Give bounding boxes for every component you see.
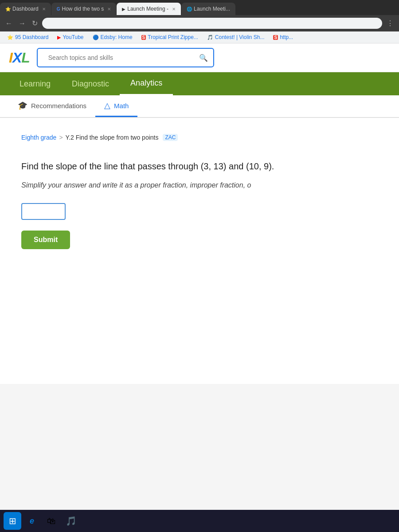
tab-diagnostic[interactable]: Diagnostic [61, 73, 120, 95]
search-input[interactable] [43, 51, 199, 64]
refresh-button[interactable]: ↻ [30, 18, 39, 28]
bookmark-contest-label: Contest! | Violin Sh... [215, 34, 265, 40]
address-bar-row: ← → ↻ ixl.com/math/grade-8/find-the-slop… [0, 15, 399, 31]
tab-launch2[interactable]: 🌐 Launch Meeti... [181, 3, 235, 15]
taskbar-edge[interactable]: e [23, 512, 41, 530]
breadcrumb: Eighth grade > Y.2 Find the slope from t… [11, 129, 388, 146]
taskbar: ⊞ e 🛍 🎵 [0, 510, 399, 532]
submit-button[interactable]: Submit [21, 231, 70, 249]
tab-analytics[interactable]: Analytics [120, 72, 173, 95]
launch2-tab-icon: 🌐 [187, 7, 192, 12]
recommendations-label: Recommendations [31, 102, 86, 110]
breadcrumb-skill-code: Y.2 [66, 134, 74, 141]
tab-google-close[interactable]: ✕ [107, 7, 111, 12]
bookmark-contest[interactable]: 🎵 Contest! | Violin Sh... [204, 33, 267, 41]
sub-nav-recommendations[interactable]: 🎓 Recommendations [9, 95, 95, 117]
bookmark-edsby-label: Edsby: Home [101, 34, 133, 40]
breadcrumb-skill-name: Find the slope from two points [76, 134, 159, 141]
forward-button[interactable]: → [17, 19, 27, 28]
bookmark-youtube[interactable]: ▶ YouTube [55, 33, 86, 41]
nav-tabs: Learning Diagnostic Analytics [0, 72, 399, 95]
ixl-tab-icon: ▶ [122, 7, 125, 12]
tab-dashboard[interactable]: ⭐ Dashboard ✕ [0, 3, 51, 15]
analytics-tab-label: Analytics [130, 78, 162, 87]
bookmarks-bar: ⭐ 95 Dashboard ▶ YouTube 🔵 Edsby: Home S… [0, 31, 399, 43]
tab-learning[interactable]: Learning [9, 73, 61, 95]
taskbar-store[interactable]: 🛍 [43, 512, 60, 530]
tab-ixl-close[interactable]: ✕ [172, 7, 176, 12]
problem-area: Find the slope of the line that passes t… [11, 146, 388, 262]
bookmark-95-label: 95 Dashboard [15, 34, 48, 40]
bookmark-http-icon: S [273, 35, 278, 40]
breadcrumb-badge: ZAC [163, 134, 178, 141]
address-bar-input[interactable]: ixl.com/math/grade-8/find-the-slope-from… [42, 18, 382, 29]
tab-google[interactable]: G How did the two s ✕ [51, 3, 117, 15]
breadcrumb-skill: Y.2 Find the slope from two points [66, 134, 159, 141]
bookmark-http-label: http... [280, 34, 293, 40]
bookmark-tropical[interactable]: S Tropical Print Zippe... [139, 33, 201, 41]
extensions-button[interactable]: ⋮ [385, 18, 395, 28]
problem-sub-text: Simplify your answer and write it as a p… [21, 180, 378, 191]
store-icon: 🛍 [47, 516, 56, 526]
bookmark-edsby-icon: 🔵 [93, 35, 99, 40]
logo-l: L [21, 50, 30, 66]
back-button[interactable]: ← [4, 19, 14, 28]
problem-main-text: Find the slope of the line that passes t… [21, 160, 378, 173]
learning-tab-label: Learning [20, 79, 51, 88]
search-icon: 🔍 [199, 54, 208, 62]
dashboard-tab-icon: ⭐ [5, 7, 11, 12]
ixl-header: IXL 🔍 [0, 43, 399, 72]
logo-i: I [9, 50, 12, 66]
math-label: Math [114, 102, 129, 110]
logo-x: X [12, 50, 21, 66]
tab-google-label: How did the two s [62, 6, 104, 12]
sub-nav-math[interactable]: △ Math [95, 95, 137, 117]
tab-dashboard-label: Dashboard [12, 6, 39, 12]
bookmark-tropical-label: Tropical Print Zippe... [148, 34, 198, 40]
math-icon: △ [104, 101, 110, 110]
bookmark-95-dashboard[interactable]: ⭐ 95 Dashboard [4, 33, 51, 41]
google-tab-icon: G [57, 7, 60, 12]
tab-ixl-label: Launch Meeting - [127, 6, 168, 12]
browser-chrome: ⭐ Dashboard ✕ G How did the two s ✕ ▶ La… [0, 0, 399, 43]
diagnostic-tab-label: Diagnostic [72, 79, 109, 88]
bookmark-contest-icon: 🎵 [207, 35, 213, 40]
bookmark-youtube-icon: ▶ [57, 35, 61, 40]
spotify-icon: 🎵 [66, 516, 77, 526]
edge-icon: e [30, 516, 34, 526]
bookmark-tropical-icon: S [141, 35, 146, 40]
bookmark-http[interactable]: S http... [270, 33, 296, 41]
search-bar-container: 🔍 [37, 48, 214, 67]
answer-input[interactable] [21, 203, 66, 220]
start-button[interactable]: ⊞ [4, 512, 21, 530]
breadcrumb-grade[interactable]: Eighth grade [21, 134, 56, 141]
bookmark-95-icon: ⭐ [7, 35, 13, 40]
breadcrumb-separator: > [59, 134, 63, 141]
content-area: Eighth grade > Y.2 Find the slope from t… [0, 118, 399, 384]
tab-launch2-label: Launch Meeti... [194, 6, 230, 12]
taskbar-spotify[interactable]: 🎵 [62, 512, 80, 530]
ixl-logo: IXL [9, 50, 30, 66]
tab-bar: ⭐ Dashboard ✕ G How did the two s ✕ ▶ La… [0, 0, 399, 15]
start-icon: ⊞ [9, 516, 16, 526]
ixl-app: IXL 🔍 Learning Diagnostic Analytics 🎓 Re… [0, 43, 399, 531]
tab-dashboard-close[interactable]: ✕ [42, 7, 46, 12]
tab-ixl[interactable]: ▶ Launch Meeting - ✕ [117, 3, 181, 15]
bookmark-edsby[interactable]: 🔵 Edsby: Home [90, 33, 135, 41]
sub-nav: 🎓 Recommendations △ Math [0, 95, 399, 118]
recommendations-icon: 🎓 [18, 101, 27, 110]
bookmark-youtube-label: YouTube [63, 34, 83, 40]
